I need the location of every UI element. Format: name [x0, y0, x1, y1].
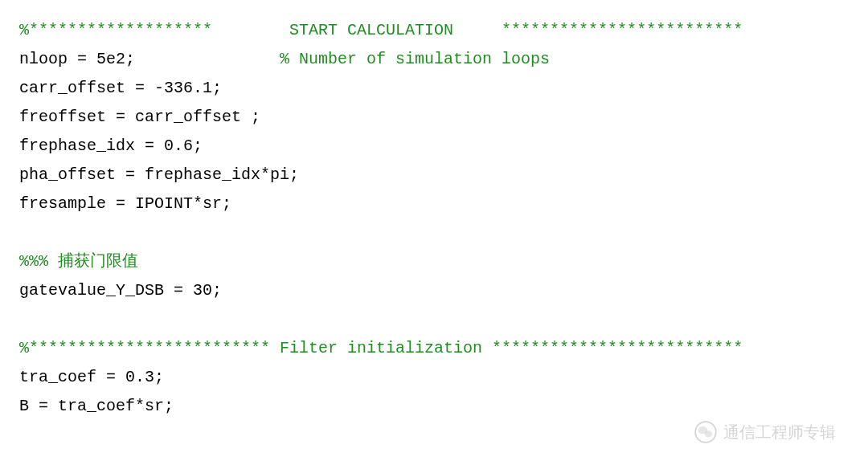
code-text: fresample = IPOINT*sr; — [19, 194, 231, 213]
code-line: frephase_idx = 0.6; — [19, 132, 849, 161]
code-text: tra_coef = 0.3; — [19, 368, 164, 386]
code-text: B = tra_coef*sr; — [19, 397, 174, 415]
code-text: freoffset = carr_offset ; — [19, 108, 260, 126]
code-line: pha_offset = frephase_idx*pi; — [19, 161, 849, 190]
watermark-text: 通信工程师专辑 — [723, 418, 836, 447]
code-text: carr_offset = -336.1; — [19, 79, 222, 97]
code-line: fresample = IPOINT*sr; — [19, 190, 849, 218]
code-line: %%% 捕获门限值 — [19, 247, 849, 276]
code-line: %************************* Filter initia… — [19, 334, 849, 363]
comment-text: % Number of simulation loops — [280, 50, 550, 68]
wechat-icon — [694, 421, 717, 443]
code-text: pha_offset = frephase_idx*pi; — [19, 165, 299, 184]
code-text: frephase_idx = 0.6; — [19, 137, 203, 155]
comment-text: %%% 捕获门限值 — [19, 252, 138, 271]
svg-point-2 — [705, 430, 712, 437]
code-line: carr_offset = -336.1; — [19, 74, 849, 103]
code-line — [19, 305, 849, 334]
comment-text: %******************* START CALCULATION *… — [19, 21, 743, 39]
code-line: nloop = 5e2; % Number of simulation loop… — [19, 45, 849, 74]
code-line: gatevalue_Y_DSB = 30; — [19, 276, 849, 305]
watermark: 通信工程师专辑 — [694, 418, 836, 447]
code-line: B = tra_coef*sr; — [19, 392, 849, 421]
code-line: freoffset = carr_offset ; — [19, 103, 849, 132]
code-text: gatevalue_Y_DSB = 30; — [19, 281, 222, 300]
code-line: tra_coef = 0.3; — [19, 363, 849, 392]
code-text: nloop = 5e2; — [19, 50, 280, 68]
code-line: %******************* START CALCULATION *… — [19, 16, 849, 45]
code-block: %******************* START CALCULATION *… — [19, 16, 849, 421]
code-line — [19, 218, 849, 247]
comment-text: %************************* Filter initia… — [19, 339, 743, 357]
